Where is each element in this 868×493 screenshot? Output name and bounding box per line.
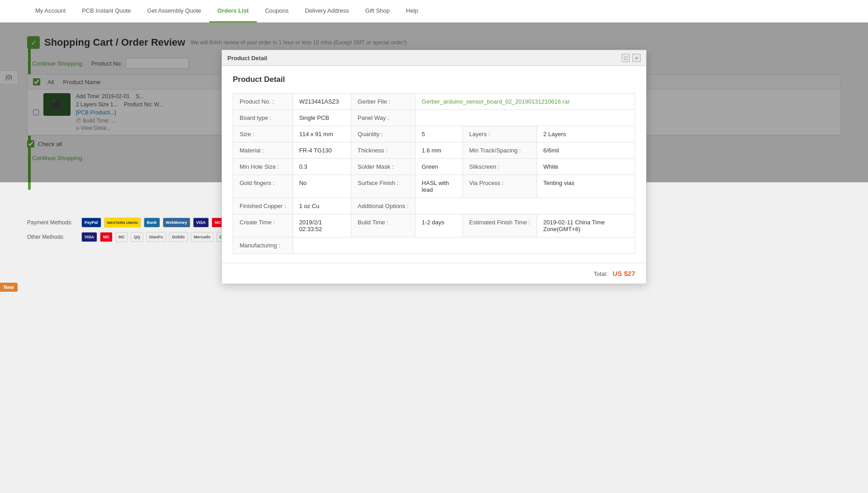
table-row: Product No. : W213441ASZ3 Gerber File : … [233,94,635,110]
modal-header-title: Product Detail [227,55,267,62]
other-methods-label: Other Methods: [27,234,77,240]
surface-finish-label-cell: Surface Finish : [351,175,415,198]
gold-fingers-label-cell: Gold fingers : [233,175,293,198]
layers-value-cell: 2 Layers [537,126,635,142]
size-label-cell: Size : [233,126,293,142]
solder-mask-label-cell: Solder Mask : [351,159,415,175]
nav-get-assembly-quote[interactable]: Get Assembly Quote [139,0,209,23]
modal-overlay: Product Detail □ × Product Detail Pr [0,23,868,182]
silkscreen-value-cell: White [537,159,635,175]
panel-way-label-cell: Panel Way : [351,110,415,126]
product-no-label-cell: Product No. : [233,94,293,110]
table-row: Finished Copper : 1 oz Cu Additional Opt… [233,198,635,214]
total-amount: US $27 [613,270,635,277]
panel-way-value-cell [415,110,635,126]
layers-label-cell: Layers : [462,126,537,142]
paypal-logo: PayPal [81,218,101,228]
solder-mask-value-cell: Green [415,159,462,175]
manufacturing-label-cell: Manufacturing : [233,237,293,254]
nav-my-account[interactable]: My Account [27,0,74,23]
modal-close-button[interactable]: × [632,54,641,62]
visa2-logo: VISA [81,232,97,242]
modal-restore-button[interactable]: □ [622,54,630,62]
material-value-cell: FR-4 TG130 [292,142,351,159]
create-time-value-cell: 2019/2/1 02:33:52 [292,214,351,237]
finished-copper-value-cell: 1 oz Cu [292,198,351,214]
additional-options-label-cell: Additional Options : [351,198,415,214]
table-row: Min Hole Size : 0.3 Solder Mask : Green … [233,159,635,175]
modal-header: Product Detail □ × [222,50,646,66]
total-label: Total: [594,270,608,277]
payment-methods-label: Payment Methods: [27,219,77,226]
build-time-label-cell: Build Time : [351,214,415,237]
min-track-label-cell: Min Track/Spacing : [462,142,537,159]
mercado-logo: Mercado [191,232,214,242]
nav-orders-list[interactable]: Orders List [209,0,257,23]
mc4-logo: MC [115,232,128,242]
webmoney-logo: WebMoney [163,218,190,228]
gold-fingers-value-cell: No [292,175,351,198]
modal-product-title: Product Detail [233,75,635,84]
product-detail-table: Product No. : W213441ASZ3 Gerber File : … [233,93,635,254]
build-time-value-cell: 1-2 days [415,214,462,237]
nav-help[interactable]: Help [398,0,426,23]
table-row: Size : 114 x 91 mm Quantity : 5 Layers :… [233,126,635,142]
board-type-label-cell: Board type : [233,110,293,126]
additional-options-value-cell [415,198,635,214]
nav-coupons[interactable]: Coupons [257,0,297,23]
table-row: Create Time : 2019/2/1 02:33:52 Build Ti… [233,214,635,237]
estimated-finish-value-cell: 2019-02-11 China Time Zone(GMT+8) [537,214,635,237]
material-label-cell: Material : [233,142,293,159]
nav-pcb-instant-quote[interactable]: PCB Instant Quote [74,0,139,23]
board-type-value-cell: Single PCB [292,110,351,126]
nav-gift-shop[interactable]: Gift Shop [357,0,398,23]
western-union-logo: WESTERN UNION [104,218,141,228]
surface-finish-value-cell: HASL with lead [415,175,462,198]
min-track-value-cell: 6/6mil [537,142,635,159]
navigation: My Account PCB Instant Quote Get Assembl… [0,0,868,23]
visa-logo: VISA [193,218,209,228]
thickness-value-cell: 1.6 mm [415,142,462,159]
finished-copper-label-cell: Finished Copper : [233,198,293,214]
quantity-value-cell: 5 [415,126,462,142]
size-value-cell: 114 x 91 mm [292,126,351,142]
manufacturing-value-cell [292,237,635,254]
gerber-file-label-cell: Gerber File : [351,94,415,110]
qqwallet-logo: QQ [131,232,143,242]
new-badge: New [0,283,18,292]
via-process-value-cell: Tenting vias [537,175,635,198]
modal-header-buttons: □ × [622,54,641,62]
dianfu-logo: DianFu [146,232,166,242]
table-row: Material : FR-4 TG130 Thickness : 1.6 mm… [233,142,635,159]
dolido-logo: Dolido [169,232,188,242]
mc3-logo: MC [100,232,113,242]
quantity-label-cell: Quantity : [351,126,415,142]
thickness-label-cell: Thickness : [351,142,415,159]
create-time-label-cell: Create Time : [233,214,293,237]
table-row: Manufacturing : [233,237,635,254]
gerber-file-value-cell[interactable]: Gerber_arduino_sensor_board_02_201901312… [415,94,635,110]
table-row: Gold fingers : No Surface Finish : HASL … [233,175,635,198]
page-content: ✓ Shopping Cart / Order Review We will f… [0,23,868,182]
min-hole-label-cell: Min Hole Size : [233,159,293,175]
min-hole-value-cell: 0.3 [292,159,351,175]
table-row: Board type : Single PCB Panel Way : [233,110,635,126]
silkscreen-label-cell: Silkscreen : [462,159,537,175]
product-detail-modal: Product Detail □ × Product Detail Pr [222,50,646,284]
bank-transfer-logo: Bank [144,218,160,228]
modal-total-row: Total: US $27 [222,263,646,284]
modal-body: Product Detail Product No. : W213441ASZ3… [222,66,646,263]
nav-delivery-address[interactable]: Delivery Address [297,0,357,23]
via-process-label-cell: Via Process : [462,175,537,198]
estimated-finish-label-cell: Estimated Finish Time : [462,214,537,237]
product-no-value-cell: W213441ASZ3 [292,94,351,110]
